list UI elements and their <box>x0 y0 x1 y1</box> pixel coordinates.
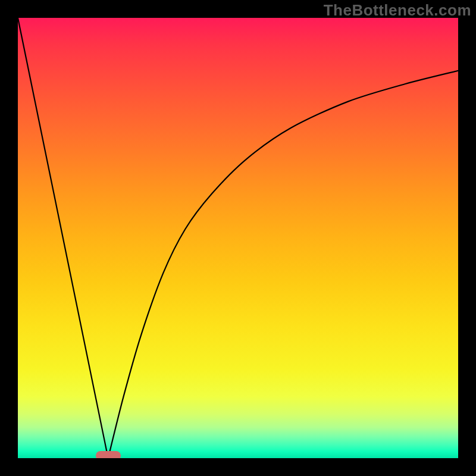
watermark-text: TheBottleneck.com <box>324 1 471 20</box>
curve-svg <box>18 18 458 458</box>
chart-frame: TheBottleneck.com <box>0 0 476 476</box>
curve-left-segment <box>18 18 108 458</box>
curve-right-segment <box>108 71 458 458</box>
minimum-marker <box>96 451 121 458</box>
plot-area <box>18 18 458 458</box>
